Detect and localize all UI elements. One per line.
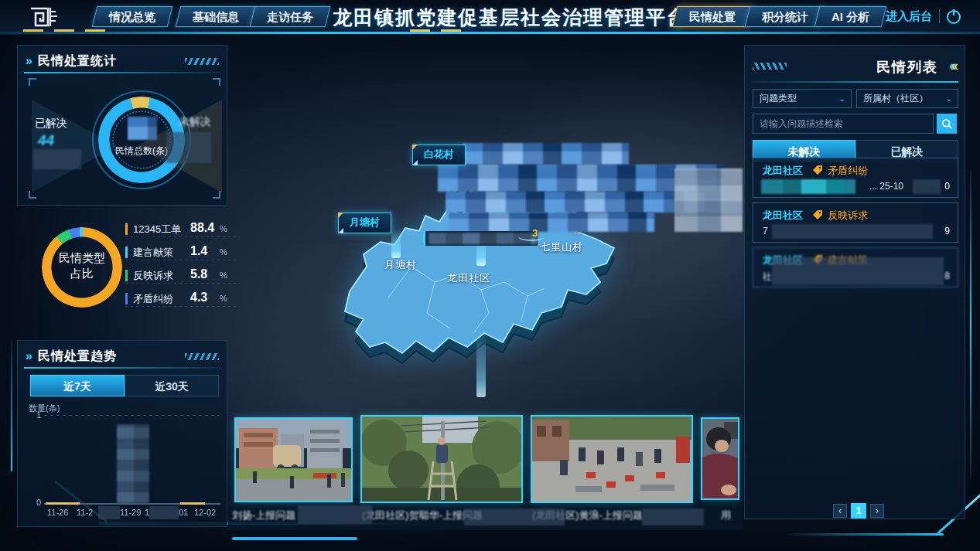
nav-label: AI 分析 bbox=[831, 7, 869, 26]
carousel-caption-1: 刘扬-上报问题 bbox=[232, 508, 295, 522]
power-icon[interactable] bbox=[944, 7, 963, 26]
deco-slashes bbox=[185, 353, 219, 360]
nav-label: 民情处置 bbox=[689, 7, 736, 26]
tag-icon bbox=[812, 209, 823, 220]
map-badge-swoosh bbox=[518, 232, 545, 241]
chevron-down-icon: ⌄ bbox=[946, 90, 952, 107]
map-beam-3 bbox=[476, 331, 486, 397]
filter-problem-type[interactable]: 问题类型 ⌄ bbox=[753, 89, 852, 108]
deco-slashes bbox=[185, 58, 219, 65]
nav-situation-overview[interactable]: 情况总览 bbox=[92, 6, 173, 27]
carousel-caption-4: 用 bbox=[721, 508, 731, 522]
panel-trend: »民情处置趋势 近7天 近30天 数量(条) 1 0 11-26 11-2 11… bbox=[17, 340, 227, 527]
panel-title: »民情处置趋势 bbox=[26, 349, 117, 365]
pagination-prev-button[interactable]: ‹ bbox=[833, 504, 847, 518]
map-hud-yuetang[interactable]: 月塘村 bbox=[338, 213, 391, 233]
filter-village[interactable]: 所属村（社区） ⌄ bbox=[856, 89, 958, 108]
tab-last-30-days[interactable]: 近30天 bbox=[125, 375, 219, 396]
item-count: 0 bbox=[944, 181, 950, 192]
x-tick: 11-2 bbox=[77, 508, 93, 517]
censor-x-tick bbox=[149, 506, 179, 519]
header-underline bbox=[0, 32, 980, 34]
item-count: 9 bbox=[944, 226, 950, 236]
carousel-photo-3[interactable] bbox=[531, 415, 693, 503]
unresolved-label: 未解决 bbox=[179, 115, 211, 129]
double-chevron-icon: » bbox=[26, 54, 33, 67]
item-count: 8 bbox=[944, 270, 950, 281]
censor-total-value bbox=[128, 117, 157, 140]
legend-marker bbox=[125, 270, 128, 281]
collapse-panel-icon[interactable]: « bbox=[951, 58, 958, 73]
nav-ai-analysis[interactable]: AI 分析 bbox=[814, 6, 887, 27]
search-icon bbox=[941, 118, 953, 130]
map-label-yuetang: 月塘村 bbox=[384, 258, 417, 272]
map-beam-1 bbox=[391, 229, 401, 258]
censor-map-strip-5 bbox=[674, 168, 743, 232]
tab-last-7-days[interactable]: 近7天 bbox=[30, 375, 125, 396]
legend-item-appeals: 反映诉求 5.8 % bbox=[125, 267, 241, 284]
baseline-yellow-left bbox=[46, 502, 80, 505]
legend-marker bbox=[125, 247, 128, 258]
platform-logo bbox=[26, 5, 62, 29]
carousel-photo-4[interactable] bbox=[701, 417, 739, 500]
header-bar: 情况总览 基础信息 走访任务 龙田镇抓党建促基层社会治理管理平台 民情处置 积分… bbox=[0, 0, 980, 35]
censor-trend-bar bbox=[117, 424, 149, 503]
censor-map-strip-4 bbox=[449, 213, 654, 232]
header-dashes-left bbox=[23, 29, 105, 32]
nav-points-stats[interactable]: 积分统计 bbox=[745, 6, 826, 27]
map-label-qilishan: 七里山村 bbox=[540, 240, 583, 254]
list-item[interactable]: 龙田社区 矛盾纠纷 ... 25-10 0 bbox=[753, 158, 958, 198]
item-meta: ... 25-10 bbox=[869, 181, 903, 192]
legend-marker bbox=[125, 223, 128, 235]
list-item[interactable]: 龙田社区 反映诉求 7 9 bbox=[753, 202, 958, 243]
deco-slashes bbox=[753, 63, 787, 70]
censor-unresolved-value bbox=[166, 132, 211, 163]
censor-caption bbox=[642, 508, 704, 525]
censor-item-meta bbox=[913, 179, 941, 194]
carousel-scrollbar[interactable] bbox=[232, 537, 357, 540]
frame-bottom-right-line bbox=[789, 533, 944, 536]
censor-caption bbox=[464, 508, 565, 525]
list-item[interactable]: 龙田社区 建言献策 社 8 bbox=[753, 247, 958, 287]
item-category: 矛盾纠纷 bbox=[828, 164, 868, 178]
legend-marker bbox=[125, 293, 128, 304]
carousel-photo-1[interactable] bbox=[234, 417, 353, 502]
map-hud-baihua[interactable]: 白花村 bbox=[412, 145, 466, 165]
tag-icon bbox=[812, 165, 823, 175]
nav-basic-info[interactable]: 基础信息 bbox=[176, 6, 257, 27]
chevron-down-icon: ⌄ bbox=[839, 90, 845, 107]
header-dashes-mid bbox=[410, 29, 461, 32]
x-tick: 11-26 bbox=[47, 508, 68, 517]
censor-item-desc bbox=[772, 257, 944, 285]
pagination-next-button[interactable]: › bbox=[870, 504, 884, 518]
carousel-photo-2[interactable] bbox=[360, 415, 523, 503]
frame-left-edge bbox=[11, 340, 12, 471]
nav-visit-tasks[interactable]: 走访任务 bbox=[250, 6, 331, 27]
censor-resolved-extra bbox=[33, 149, 81, 169]
nav-public-sentiment[interactable]: 民情处置 bbox=[672, 6, 753, 27]
frame-right-edge bbox=[970, 170, 971, 479]
panel-disposition-stats: »民情处置统计 民情总数(条) 已解决 44 未解决 bbox=[17, 45, 227, 206]
map-count-badge[interactable]: 3 bbox=[532, 227, 538, 239]
panel-type-ratio: 民情类型占比 12345工单 88.4 % 建言献策 1.4 % 反映诉求 5.… bbox=[17, 210, 227, 335]
censor-item-desc bbox=[761, 179, 855, 194]
resolved-label: 已解决 bbox=[35, 117, 67, 131]
dashboard-screen: 情况总览 基础信息 走访任务 龙田镇抓党建促基层社会治理管理平台 民情处置 积分… bbox=[0, 0, 980, 551]
search-input[interactable] bbox=[753, 114, 934, 134]
search-button[interactable] bbox=[937, 114, 957, 134]
panel-sentiment-list: 民情列表 « 问题类型 ⌄ 所属村（社区） ⌄ 未解决 已解决 龙田社区 矛盾纠… bbox=[744, 45, 965, 519]
photo-construction-scene bbox=[236, 419, 353, 502]
list-panel-title: 民情列表 bbox=[876, 58, 938, 77]
photo-person-closeup bbox=[702, 419, 739, 500]
nav-label: 情况总览 bbox=[109, 7, 155, 26]
pagination-current-page[interactable]: 1 bbox=[851, 503, 866, 519]
enter-backend-link[interactable]: 进入后台 bbox=[886, 9, 932, 24]
double-chevron-icon: » bbox=[26, 349, 33, 362]
legend-item-12345: 12345工单 88.4 % bbox=[125, 221, 241, 238]
y-tick-1: 1 bbox=[36, 410, 41, 420]
baseline-yellow-right bbox=[180, 502, 205, 505]
legend-item-disputes: 矛盾纠纷 4.3 % bbox=[125, 291, 241, 308]
gridline-top bbox=[44, 415, 219, 416]
map-label-longtian: 龙田社区 bbox=[447, 271, 490, 285]
resolved-value: 44 bbox=[38, 132, 54, 149]
